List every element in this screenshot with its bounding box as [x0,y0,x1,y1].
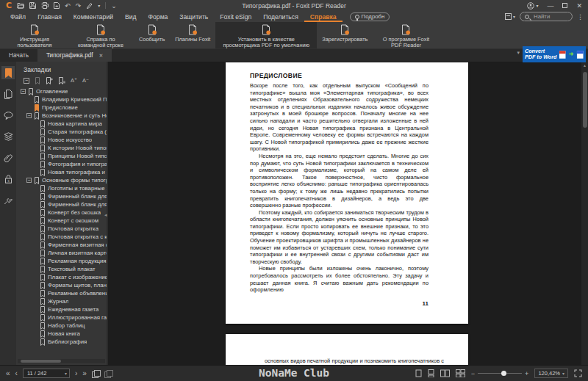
menu-item[interactable]: Главная [32,11,68,22]
document-view[interactable]: ПРЕДИСЛОВИЕ Вскоре после того, как отдел… [108,62,588,365]
scrollbar-thumb[interactable] [21,360,61,363]
bookmark-tree-item[interactable]: Логотипы и товарные знаки [16,184,107,192]
undo-icon[interactable]: ↶ [65,2,71,10]
tab-document[interactable]: Типографика.pdf ✕ [37,49,112,62]
overflow-menu-icon[interactable]: ⋮ [577,13,584,21]
ribbon-button[interactable]: Сообщить [134,22,170,48]
bookmark-tree-item[interactable]: Фирменная визитная карточк [16,241,107,249]
bookmark-tree-item[interactable]: Почтовая открытка [16,225,107,233]
bookmark-tree-item[interactable]: Ежедневная газета [16,305,107,313]
menu-item[interactable]: Комментарий [68,11,119,22]
menu-item[interactable]: Поделиться [257,11,304,22]
bookmark-tree-item[interactable]: Библиография [16,338,107,346]
bookmark-tree-item[interactable]: К истории Новой типографик [16,144,107,152]
bookmark-tree-item[interactable]: Набор таблиц [16,322,107,330]
print-icon[interactable] [41,2,49,9]
bookmark-tree-item[interactable]: Фирменный бланк для делов [16,192,107,200]
bookmarks-horizontal-scrollbar[interactable] [18,359,105,363]
facing-view-icon[interactable] [440,369,450,377]
account-avatar-button[interactable]: ▾ [527,2,538,10]
tab-close-icon[interactable]: ✕ [99,53,104,59]
menu-item[interactable]: Защитить [173,11,214,22]
bookmark-tree-item[interactable]: Фотография и типографика [16,160,107,168]
bookmark-tree-item[interactable]: Личная визитная карточка [16,249,107,257]
last-page-button[interactable]: » [82,370,87,377]
previous-page-button[interactable]: ‹ [15,370,18,377]
ribbon-button[interactable]: Плагины Foxit [170,22,215,48]
open-file-icon[interactable] [17,2,24,9]
menu-item[interactable]: Foxit eSign [214,11,257,22]
details-button[interactable]: Подробн [350,12,390,21]
scrollbar-thumb[interactable] [583,72,587,128]
bookmark-tree-item[interactable]: Оглавление [16,87,107,95]
ink-signature-icon[interactable] [86,2,93,9]
redo-icon[interactable]: ↷ [76,2,82,10]
continuous-facing-view-icon[interactable] [456,369,465,377]
bookmark-tree-item[interactable]: Конверт с окошком [16,217,107,225]
bookmark-tree-item[interactable]: Конверт без окошка [16,208,107,217]
bookmark-tree-item[interactable]: Иллюстрированная газета [16,313,107,322]
expand-bookmarks-icon[interactable]: − [24,78,29,84]
font-increase-icon[interactable]: A⁺ [71,78,77,84]
ribbon-button[interactable]: О программе Foxit PDF Reader [373,22,439,48]
bookmark-tree-item[interactable]: Новое искусство [16,136,107,144]
comments-panel-icon[interactable] [1,109,15,122]
maximize-button[interactable] [562,3,567,8]
bookmark-page-icon[interactable] [58,77,65,84]
page-number-input[interactable] [26,369,65,377]
save-icon[interactable] [29,2,36,9]
minimize-button[interactable]: — [547,2,553,10]
bookmark-tree-item[interactable]: Возникновение и суть Новой тип [16,112,107,120]
layers-panel-icon[interactable] [1,130,15,143]
banner-collapse-icon[interactable]: ▾ [517,50,520,56]
zoom-dropdown-icon[interactable]: ▾ [562,371,564,376]
view-switch-button[interactable]: ▾ [505,13,515,20]
collapse-box-icon[interactable] [21,89,26,94]
bookmarks-panel-icon[interactable] [1,66,15,79]
close-button[interactable]: ✕ [576,2,582,10]
ink-dropdown-icon[interactable]: ▾ [98,2,100,10]
bookmark-tree-item[interactable]: Старая типографика (1450–19 [16,128,107,136]
zoom-slider-handle[interactable] [501,371,506,376]
collapse-panel-icon[interactable]: ◂ [104,212,107,218]
zoom-out-button[interactable]: − [471,370,475,377]
bookmark-tree-item[interactable]: Новая типографика и стандар [16,168,107,176]
menu-item[interactable]: Файл [4,11,32,22]
add-bookmark-icon[interactable] [46,77,53,84]
search-box[interactable] [520,12,573,21]
menu-item[interactable]: Вид [119,11,143,22]
continuous-view-icon[interactable] [428,369,434,377]
tab-start[interactable]: Начать [0,49,37,62]
bookmark-tree-item[interactable]: Почтовая открытка с клапано [16,233,107,241]
attachments-panel-icon[interactable] [1,151,15,164]
zoom-slider-track[interactable] [478,373,522,374]
edit-bookmark-icon[interactable] [35,77,40,84]
collapse-box-icon[interactable] [26,113,32,118]
fullscreen-icon[interactable] [574,369,582,377]
search-input[interactable] [532,12,567,21]
convert-pdf-to-word-banner[interactable]: ConvertPDF to Word ➜ [523,46,586,62]
zoom-level-box[interactable]: 120,42% ▾ [534,369,568,378]
page-number-box[interactable]: ▾ [23,369,70,378]
document-vertical-scrollbar[interactable]: ▲ [581,62,588,365]
next-page-button[interactable]: › [75,370,77,377]
bookmark-tree-item[interactable]: Форматы щитов, планшетов [16,281,107,289]
bookmark-tree-item[interactable]: Плакат с изображением [16,273,107,281]
font-decrease-icon[interactable]: A⁻ [82,78,89,84]
first-page-button[interactable]: « [6,370,10,377]
bookmark-tree-item[interactable]: Новая картина мира [16,120,107,128]
ribbon-button[interactable]: Установить в качестве просмотрщика PDF п… [215,22,317,48]
customize-toolbar-chevron-icon[interactable]: ⌄ [111,2,117,10]
bookmark-tree-item[interactable]: Журнал [16,297,107,305]
signature-panel-icon[interactable] [1,194,15,207]
bookmark-tree-item[interactable]: Рекламные объявления [16,289,107,297]
single-page-view-icon[interactable] [415,369,422,377]
ribbon-button[interactable]: Инструкция пользователя [1,22,68,48]
ribbon-button[interactable]: Зарегистрировать [317,22,373,48]
menu-item[interactable]: Справка [304,11,343,22]
zoom-in-button[interactable]: + [525,370,528,377]
bookmark-tree-item[interactable]: Предисловие [16,104,107,112]
bookmark-tree-item[interactable]: Владимир Кричевский Предисл [16,95,107,104]
security-panel-icon[interactable]: s [1,173,15,186]
bookmark-tree-item[interactable]: Рекламная продукция: флаер [16,257,107,265]
